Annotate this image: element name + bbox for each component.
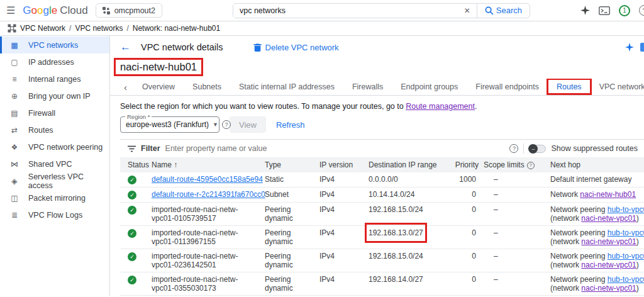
route-management-link[interactable]: Route management (406, 102, 475, 111)
next-hop-link[interactable]: naci-netw-vpc01 (581, 261, 636, 269)
tab-routes[interactable]: Routes (548, 79, 591, 95)
region-description: Select the region for which you want to … (120, 102, 634, 111)
column-header-label: Next hop (550, 160, 580, 169)
delete-vpc-network-button[interactable]: Delete VPC network (253, 43, 339, 52)
column-header-scope-limits[interactable]: Scope limits? (484, 157, 550, 172)
sidebar-item-serverless-vpc-access[interactable]: ◈Serverless VPC access (0, 172, 109, 189)
view-button[interactable]: View (230, 116, 266, 133)
google-cloud-logo[interactable]: Google Cloud (23, 4, 87, 17)
gemini-assist-icon[interactable] (625, 43, 634, 52)
sidebar-item-packet-mirroring[interactable]: ◫Packet mirroring (0, 189, 109, 206)
status-ok-icon: ✓ (128, 176, 136, 184)
next-hop-text: ) (636, 237, 639, 246)
scope-limits-cell: – (484, 203, 550, 216)
next-hop-link[interactable]: naci-netw-vpc01 (581, 284, 636, 293)
type-cell: Peering dynamic (265, 203, 319, 225)
sidebar-item-label: Packet mirroring (28, 194, 86, 203)
table-row: ✓imported-route-naci-netw-vpc01-02361425… (120, 249, 644, 272)
chevron-left-icon[interactable]: ‹ (118, 79, 133, 95)
scope-limits-cell: – (484, 272, 550, 286)
show-suppressed-routes-toggle[interactable]: – (529, 145, 546, 153)
sidebar-item-shared-vpc[interactable]: ⋈Shared VPC (0, 155, 109, 172)
sidebar-item-vpc-networks[interactable]: ▦VPC networks (0, 36, 109, 53)
routes-icon: ⇄ (9, 126, 19, 135)
status-ok-icon: ✓ (128, 229, 136, 238)
next-hop-link[interactable]: hub-to-vpc01 (608, 228, 644, 237)
trash-icon (253, 43, 262, 52)
menu-icon[interactable]: ☰ (6, 4, 15, 16)
next-hop-text: ) (636, 284, 639, 293)
sidebar-item-vpc-network-peering[interactable]: ❖VPC network peering (0, 138, 109, 155)
ip-version-cell: IPv4 (319, 226, 369, 240)
search-icon (485, 6, 494, 15)
region-help-icon[interactable]: ? (222, 120, 231, 129)
next-hop-link[interactable]: naci-netw-vpc01 (581, 214, 636, 223)
column-header-next-hop[interactable]: Next hop (550, 157, 644, 172)
project-selector[interactable]: omcpmout2 (96, 3, 162, 18)
scope-limits-help-icon: ? (527, 162, 535, 169)
tab-subnets[interactable]: Subnets (184, 79, 230, 95)
ip-version-cell: IPv4 (319, 188, 369, 201)
refresh-button[interactable]: Refresh (276, 120, 305, 130)
internal-ranges-icon: ≡ (9, 75, 19, 84)
next-hop-link[interactable]: hub-to-vpc01 (608, 252, 644, 261)
serverless-vpc-access-icon: ◈ (9, 177, 19, 186)
ip-version-cell: IPv4 (319, 272, 369, 286)
search-input[interactable] (233, 4, 458, 18)
tab-firewall-endpoints[interactable]: Firewall endpoints (467, 79, 548, 95)
tab-static-internal-ip-addresses[interactable]: Static internal IP addresses (230, 79, 343, 95)
column-header-destination-ip-range[interactable]: Destination IP range (369, 157, 449, 172)
sidebar-item-bring-your-own-ip[interactable]: ⊕Bring your own IP (0, 87, 109, 104)
route-name-link[interactable]: default-route-4595e0cc158a5e94 (152, 175, 263, 184)
column-header-ip-version[interactable]: IP version (319, 157, 369, 172)
sidebar-item-label: Shared VPC (28, 160, 72, 169)
next-hop-text: (network (550, 214, 581, 223)
column-header-priority[interactable]: Priority (449, 157, 484, 172)
type-cell: Static (265, 172, 319, 186)
tab-vpc-network-peering[interactable]: VPC network peering (591, 79, 644, 95)
next-hop-link[interactable]: naci-netw-hub01 (580, 190, 636, 199)
learn-panel-icon[interactable] (640, 43, 644, 52)
breadcrumb-separator: / (126, 24, 128, 33)
help-icon[interactable]: ? (639, 5, 644, 16)
next-hop-link[interactable]: hub-to-vpc01 (608, 275, 644, 284)
tab-overview[interactable]: Overview (133, 79, 184, 95)
breadcrumb-item-vpc-network[interactable]: VPC Network (20, 24, 65, 33)
notifications-badge[interactable]: 1 (619, 5, 630, 16)
scope-limits-cell: – (484, 226, 550, 240)
scope-limits-cell: – (484, 188, 550, 201)
column-header-label: Type (265, 160, 281, 169)
column-header-name[interactable]: Name ↑ (152, 157, 265, 172)
filter-input[interactable] (165, 144, 505, 153)
next-hop-link[interactable]: naci-netw-vpc01 (581, 237, 636, 246)
cloud-shell-icon[interactable] (599, 6, 610, 15)
main-content: ← VPC network details Delete VPC network… (110, 36, 644, 296)
next-hop-text: ) (636, 261, 639, 269)
back-arrow-icon[interactable]: ← (120, 41, 131, 53)
region-select[interactable]: Region * europe-west3 (Frankfurt) ▼ ? (120, 116, 219, 133)
region-select-value: europe-west3 (Frankfurt) (126, 120, 209, 129)
column-header-status[interactable]: Status (120, 157, 152, 172)
gemini-sparkle-icon[interactable] (580, 6, 590, 15)
sidebar-item-ip-addresses[interactable]: ▢IP addresses (0, 53, 109, 70)
next-hop-link[interactable]: hub-to-vpc01 (608, 205, 644, 214)
column-header-type[interactable]: Type (265, 157, 319, 172)
column-header-label: Status (128, 160, 149, 169)
clear-search-icon[interactable]: ✕ (458, 4, 477, 18)
sidebar-item-routes[interactable]: ⇄Routes (0, 121, 109, 138)
app-shell: ▦VPC networks▢IP addresses≡Internal rang… (0, 36, 644, 296)
tab-firewalls[interactable]: Firewalls (343, 79, 392, 95)
sidebar-item-vpc-flow-logs[interactable]: ≣VPC Flow Logs (0, 206, 109, 223)
sidebar-item-firewall[interactable]: ▤Firewall (0, 104, 109, 121)
route-name-link[interactable]: default-route-r-2c214391fa670cc0 (152, 190, 265, 199)
table-header-row: StatusName ↑TypeIP versionDestination IP… (120, 157, 644, 172)
search-button[interactable]: Search (477, 4, 530, 18)
sidebar-item-internal-ranges[interactable]: ≡Internal ranges (0, 70, 109, 87)
breadcrumb-item-vpc-networks[interactable]: VPC networks (75, 24, 123, 33)
tab-endpoint-groups[interactable]: Endpoint groups (392, 79, 467, 95)
type-cell: Peering dynamic (265, 226, 319, 249)
column-header-label: Priority (455, 160, 479, 169)
filter-help-icon[interactable]: ? (509, 144, 518, 153)
logo-letter: e (52, 4, 57, 16)
name-cell: imported-route-naci-netw-vpc01-050359566… (152, 296, 265, 296)
